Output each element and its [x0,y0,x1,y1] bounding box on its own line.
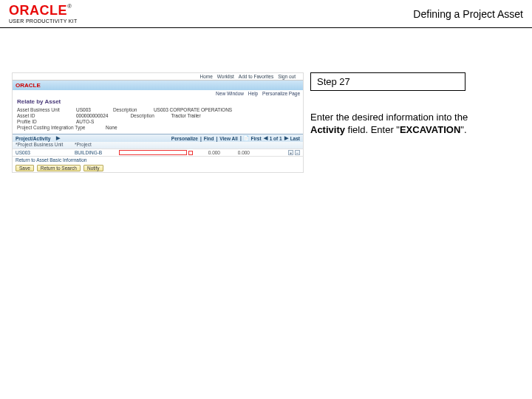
col-project: *Project [75,142,119,149]
nav-home[interactable]: Home [200,74,212,79]
activity-input[interactable] [119,150,187,155]
shot-grid: Project/Activity ▶ Personalize | Find | … [13,134,303,163]
val-business-unit: US003 [76,107,91,112]
instruction-prefix: Enter the desired information into the [310,112,468,123]
lbl-pc-integration-type: Project Costing Integration Type [17,125,106,130]
registered-mark: ® [67,3,72,10]
grid-personalize[interactable]: Personalize [171,136,198,141]
instruction-suffix: ". [460,124,466,135]
page-title: Defining a Project Asset [413,8,523,20]
instruction-text: Enter the desired information into the A… [310,112,502,137]
doc-header: ORACLE® USER PRODUCTIVITY KIT Defining a… [0,0,532,28]
return-to-search-button[interactable]: Return to Search [37,165,81,171]
shot-brandbar: ORACLE [13,81,303,90]
save-button[interactable]: Save [16,165,34,171]
shot-sublinks: New Window Help Personalize Page [13,90,303,96]
oracle-logo: ORACLE [9,3,67,18]
link-help[interactable]: Help [248,91,258,96]
cell-amount-2: 0.000 [222,150,252,155]
instruction-field-name: Activity [310,124,345,135]
cell-project-bu[interactable]: US003 [16,150,75,155]
lbl-description-2: Description [130,113,171,118]
step-label-box: Step 27 [310,72,466,91]
grid-tab-expand-icon[interactable]: ▶ [56,135,60,141]
grid-pager-range: 1 of 1 [270,136,282,141]
link-return-asset-info[interactable]: Return to Asset Basic Information [16,157,86,163]
grid-tab-project-activity[interactable]: Project/Activity [16,136,50,141]
table-row: US003 BUILDING-B 0.000 0.000 + − [13,149,303,156]
val-description-2: Tractor Trailer [171,113,200,118]
val-description: US003 CORPORATE OPERATIONS [154,107,232,112]
row-delete-icon[interactable]: − [295,150,300,155]
step-label: Step 27 [317,76,350,87]
nav-add-favorites[interactable]: Add to Favorites [239,74,273,79]
instruction-mid: field. Enter " [345,124,400,135]
product-subtitle: USER PRODUCTIVITY KIT [9,18,78,24]
lbl-profile-id: Profile ID [17,119,76,124]
shot-page-title: Relate by Asset [13,96,303,106]
notify-button[interactable]: Notify [83,165,103,171]
cell-amount-1: 0.000 [193,150,222,155]
grid-find[interactable]: Find [204,136,214,141]
link-new-window[interactable]: New Window [216,91,244,96]
app-screenshot: Home Worklist Add to Favorites Sign out … [12,72,304,173]
shot-topnav: Home Worklist Add to Favorites Sign out [13,73,303,81]
shot-fields: Asset Business Unit US003 Description US… [13,106,303,134]
shot-footer: Save Return to Search Notify [13,163,303,172]
grid-view-all[interactable]: View All [219,136,238,141]
lbl-description: Description [113,107,154,112]
grid-pager-first[interactable]: First [251,136,262,141]
shot-oracle-logo: ORACLE [16,82,41,89]
lbl-asset-id: Asset ID [17,113,76,118]
val-profile-id: AUTO-S [76,119,94,124]
nav-worklist[interactable]: Worklist [217,74,234,79]
grid-pager-last[interactable]: Last [290,136,300,141]
nav-sign-out[interactable]: Sign out [278,74,296,79]
col-project-bu: *Project Business Unit [16,142,75,149]
instruction-entry-value: EXCAVATION [400,124,460,135]
row-add-icon[interactable]: + [288,150,293,155]
val-pc-integration-type: None [106,125,117,130]
oracle-logo-block: ORACLE® USER PRODUCTIVITY KIT [9,4,78,24]
cell-project[interactable]: BUILDING-B [75,150,119,155]
val-asset-id: 000000000024 [76,113,108,118]
lbl-business-unit: Asset Business Unit [17,107,76,112]
link-personalize-page[interactable]: Personalize Page [262,91,300,96]
